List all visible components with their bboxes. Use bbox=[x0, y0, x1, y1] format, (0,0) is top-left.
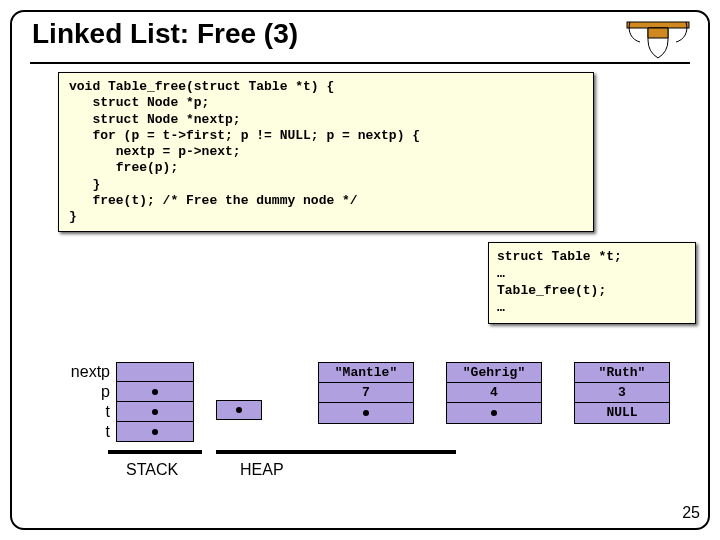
stack-rule bbox=[108, 450, 202, 454]
pointer-dot-icon bbox=[152, 429, 158, 435]
code-block: void Table_free(struct Table *t) { struc… bbox=[58, 72, 594, 232]
title-rule bbox=[30, 62, 690, 64]
stack-var-t-local: t bbox=[58, 402, 110, 422]
pointer-dot-icon bbox=[236, 407, 242, 413]
heap-table-struct bbox=[216, 400, 262, 420]
node-key: "Gehrig" bbox=[447, 363, 541, 383]
stack-cell-t-caller bbox=[116, 422, 194, 442]
stack-cell-nextp bbox=[116, 362, 194, 382]
stack-cells bbox=[116, 362, 194, 442]
node-ruth: "Ruth" 3 NULL bbox=[574, 362, 670, 424]
stack-var-t-caller: t bbox=[58, 422, 110, 442]
stack-var-nextp: nextp bbox=[58, 362, 110, 382]
node-key: "Mantle" bbox=[319, 363, 413, 383]
pointer-dot-icon bbox=[491, 410, 497, 416]
node-val: 3 bbox=[575, 383, 669, 403]
pointer-dot-icon bbox=[363, 410, 369, 416]
stack-cell-p bbox=[116, 382, 194, 402]
usage-snippet: struct Table *t; … Table_free(t); … bbox=[488, 242, 696, 324]
node-next: NULL bbox=[575, 403, 669, 423]
svg-rect-0 bbox=[627, 22, 689, 28]
page-title: Linked List: Free (3) bbox=[32, 18, 298, 50]
heap-label: HEAP bbox=[240, 461, 284, 479]
princeton-shield-icon bbox=[626, 18, 690, 64]
node-mantle: "Mantle" 7 bbox=[318, 362, 414, 424]
node-val: 4 bbox=[447, 383, 541, 403]
stack-cell-t-local bbox=[116, 402, 194, 422]
page-number: 25 bbox=[682, 504, 700, 522]
stack-var-p: p bbox=[58, 382, 110, 402]
slide-frame: Linked List: Free (3) void Table_free(st… bbox=[10, 10, 710, 530]
node-key: "Ruth" bbox=[575, 363, 669, 383]
node-next bbox=[319, 403, 413, 423]
node-val: 7 bbox=[319, 383, 413, 403]
pointer-dot-icon bbox=[152, 409, 158, 415]
heap-rule bbox=[216, 450, 456, 454]
pointer-dot-icon bbox=[152, 389, 158, 395]
node-gehrig: "Gehrig" 4 bbox=[446, 362, 542, 424]
stack-var-labels: nextp p t t bbox=[58, 362, 110, 442]
stack-label: STACK bbox=[126, 461, 178, 479]
node-next bbox=[447, 403, 541, 423]
